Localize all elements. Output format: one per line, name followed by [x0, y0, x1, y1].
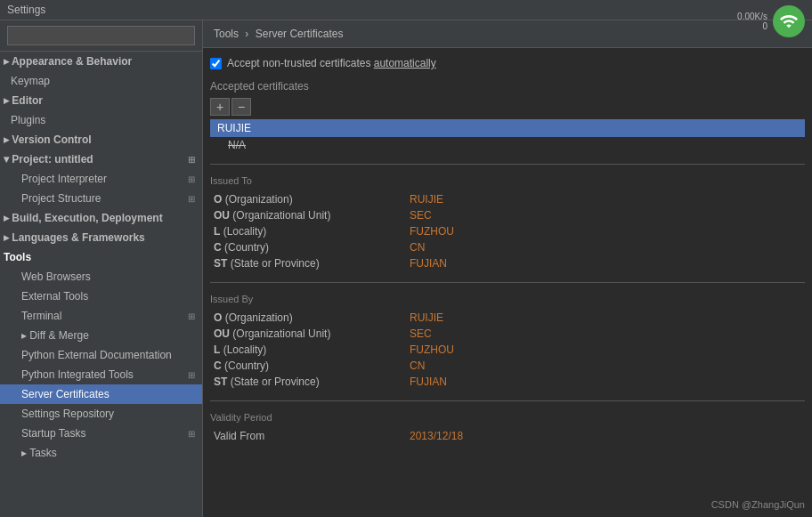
- breadcrumb: Tools › Server Certificates: [203, 20, 812, 48]
- cert-table: RUIJIE N/A: [210, 119, 805, 153]
- sidebar-item-project-interpreter[interactable]: Project Interpreter ⊞: [0, 169, 202, 189]
- table-row: ST (State or Province) FUJIAN: [210, 255, 805, 271]
- arrow-icon: ▸: [4, 212, 12, 224]
- sidebar-item-tools[interactable]: Tools: [0, 247, 202, 267]
- divider-2: [210, 282, 805, 283]
- divider-1: [210, 164, 805, 165]
- arrow-icon: ▸: [4, 55, 12, 68]
- search-input[interactable]: [7, 26, 195, 45]
- table-row: OU (Organizational Unit) SEC: [210, 326, 805, 342]
- table-row: ST (State or Province) FUJIAN: [210, 374, 805, 390]
- right-panel: Tools › Server Certificates Accept non-t…: [203, 20, 812, 517]
- table-row: C (Country) CN: [210, 239, 805, 255]
- sidebar-item-editor[interactable]: ▸ Editor: [0, 91, 202, 110]
- issued-by-section: Issued By O (Organization) RUIJIE OU (Or…: [210, 294, 805, 390]
- validity-table: Valid From 2013/12/18: [210, 428, 805, 444]
- field-value: FUZHOU: [406, 342, 805, 358]
- accepted-certs-label: Accepted certificates: [210, 80, 805, 93]
- sidebar-item-python-ext-doc[interactable]: Python External Documentation: [0, 345, 202, 365]
- sidebar-item-tasks[interactable]: ▸ Tasks: [0, 443, 202, 463]
- field-value: FUJIAN: [406, 374, 805, 390]
- field-value: FUJIAN: [406, 255, 805, 271]
- table-row: L (Locality) FUZHOU: [210, 223, 805, 239]
- cert-name: RUIJIE: [210, 119, 805, 137]
- sidebar-item-label: Terminal: [21, 310, 61, 322]
- field-value: CN: [406, 358, 805, 374]
- sidebar-item-server-certs[interactable]: Server Certificates: [0, 384, 202, 404]
- field-value: 2013/12/18: [406, 428, 805, 444]
- sidebar-item-web-browsers[interactable]: Web Browsers: [0, 267, 202, 287]
- sidebar-item-label: Plugins: [11, 114, 45, 126]
- field-value: CN: [406, 239, 805, 255]
- cert-row-sub[interactable]: N/A: [210, 137, 805, 153]
- sidebar-item-project-structure[interactable]: Project Structure ⊞: [0, 189, 202, 208]
- sidebar-item-label: Keymap: [11, 75, 50, 87]
- sidebar-item-label: Server Certificates: [21, 388, 110, 400]
- sidebar-item-label: Settings Repository: [21, 408, 114, 420]
- field-key: C (Country): [210, 358, 406, 374]
- sidebar-item-label: Tools: [4, 251, 31, 263]
- count-value: 0: [762, 21, 767, 31]
- sidebar-item-external-tools[interactable]: External Tools: [0, 287, 202, 306]
- icon-right: ⊞: [188, 174, 195, 184]
- arrow-icon: ▸: [4, 133, 12, 146]
- arrow-icon: ▸: [21, 447, 29, 459]
- issued-by-title: Issued By: [210, 294, 805, 304]
- search-box[interactable]: [0, 20, 202, 52]
- icon-right: ⊞: [188, 311, 195, 321]
- sidebar-item-label: Python External Documentation: [21, 349, 172, 361]
- sidebar-item-terminal[interactable]: Terminal ⊞: [0, 306, 202, 326]
- cert-sub: N/A: [210, 137, 805, 153]
- arrow-icon: ▾: [4, 153, 12, 166]
- field-value: RUIJIE: [406, 191, 805, 207]
- sidebar-item-keymap[interactable]: Keymap: [0, 71, 202, 91]
- checkbox-label: Accept non-trusted certificates automati…: [227, 57, 436, 69]
- icon-right: ⊞: [188, 370, 195, 380]
- field-key: O (Organization): [210, 310, 406, 326]
- field-value: SEC: [406, 207, 805, 223]
- table-row: Valid From 2013/12/18: [210, 428, 805, 444]
- sidebar: ▸ Appearance & Behavior Keymap ▸ Editor …: [0, 20, 203, 517]
- sidebar-item-label: Project Interpreter: [21, 173, 107, 185]
- divider-3: [210, 400, 805, 401]
- sidebar-item-label: Python Integrated Tools: [21, 368, 134, 381]
- issued-by-table: O (Organization) RUIJIE OU (Organization…: [210, 310, 805, 390]
- csdn-watermark: CSDN @ZhangJiQun: [711, 499, 805, 510]
- table-row: O (Organization) RUIJIE: [210, 191, 805, 207]
- sidebar-item-startup-tasks[interactable]: Startup Tasks ⊞: [0, 424, 202, 443]
- field-key: ST (State or Province): [210, 255, 406, 271]
- sidebar-item-version-control[interactable]: ▸ Version Control: [0, 130, 202, 149]
- cert-row-header[interactable]: RUIJIE: [210, 119, 805, 137]
- remove-cert-button[interactable]: −: [231, 98, 251, 116]
- sidebar-item-project[interactable]: ▾ Project: untitled ⊞: [0, 149, 202, 169]
- sidebar-item-diff-merge[interactable]: ▸ Diff & Merge: [0, 326, 202, 345]
- sidebar-item-label: Project Structure: [21, 192, 101, 205]
- breadcrumb-root: Tools: [214, 28, 239, 40]
- sidebar-item-label: External Tools: [21, 290, 88, 303]
- field-key: C (Country): [210, 239, 406, 255]
- speed-value: 0.00K/s: [737, 12, 767, 21]
- checkbox-row[interactable]: Accept non-trusted certificates automati…: [210, 55, 805, 71]
- sidebar-item-python-integrated[interactable]: Python Integrated Tools ⊞: [0, 365, 202, 384]
- auto-accept-checkbox[interactable]: [210, 58, 222, 69]
- icon-right: ⊞: [188, 194, 195, 204]
- sidebar-item-label: Web Browsers: [21, 271, 91, 283]
- window-title: Settings: [7, 4, 45, 16]
- sidebar-item-appearance[interactable]: ▸ Appearance & Behavior: [0, 52, 202, 71]
- breadcrumb-separator: ›: [245, 28, 248, 40]
- field-value: RUIJIE: [406, 310, 805, 326]
- table-row: L (Locality) FUZHOU: [210, 342, 805, 358]
- sidebar-list: ▸ Appearance & Behavior Keymap ▸ Editor …: [0, 52, 202, 517]
- field-key: O (Organization): [210, 191, 406, 207]
- sidebar-item-languages[interactable]: ▸ Languages & Frameworks: [0, 228, 202, 247]
- field-key: OU (Organizational Unit): [210, 326, 406, 342]
- status-indicator: 0.00K/s 0: [737, 5, 805, 37]
- table-row: C (Country) CN: [210, 358, 805, 374]
- sidebar-item-plugins[interactable]: Plugins: [0, 110, 202, 130]
- add-cert-button[interactable]: +: [210, 98, 230, 116]
- field-key: L (Locality): [210, 342, 406, 358]
- sidebar-item-label: Startup Tasks: [21, 427, 85, 440]
- sidebar-item-build[interactable]: ▸ Build, Execution, Deployment: [0, 208, 202, 228]
- sidebar-item-settings-repo[interactable]: Settings Repository: [0, 404, 202, 424]
- validity-section: Validity Period Valid From 2013/12/18: [210, 412, 805, 444]
